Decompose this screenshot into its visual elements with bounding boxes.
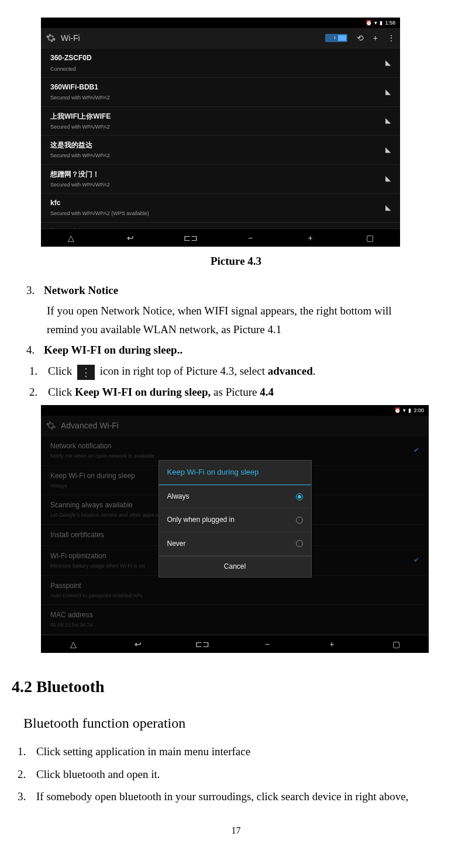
nav-screenshot-icon[interactable]: ▢: [363, 231, 377, 244]
bluetooth-step: 1. Click setting application in main men…: [12, 743, 460, 760]
body-text: remind you available WLAN network, as Pi…: [12, 321, 460, 338]
nav-volume-down-icon[interactable]: −: [243, 231, 257, 244]
nav-screenshot-icon[interactable]: ▢: [390, 638, 404, 651]
dialog-overlay: Keep Wi-Fi on during sleep Always Only w…: [41, 405, 429, 633]
wifi-network-item[interactable]: 想知道密码吗？ Secured with WPA/WPA2 ◣: [41, 223, 400, 229]
nav-volume-down-icon[interactable]: −: [260, 638, 274, 651]
wifi-signal-icon: ◣: [385, 173, 391, 184]
refresh-icon[interactable]: ⟲: [357, 32, 364, 44]
bluetooth-step: 2. Click bluetooth and open it.: [12, 766, 460, 783]
overflow-menu-icon[interactable]: ⋮: [387, 32, 395, 44]
page-number: 17: [12, 823, 460, 838]
radio-icon: [296, 517, 303, 524]
dialog-title: Keep Wi-Fi on during sleep: [159, 461, 311, 485]
nav-bar: △ ↩ ⊏⊐ − + ▢: [41, 635, 429, 653]
nav-recent-icon[interactable]: ⊏⊐: [195, 638, 209, 651]
bluetooth-step: 3. If somebody open bluetooth in your su…: [12, 788, 460, 805]
bluetooth-subheading: Bluetooth function operation: [23, 712, 460, 734]
wifi-signal-icon: ◣: [385, 144, 391, 155]
wifi-network-item[interactable]: 这是我的益达 Secured with WPA/WPA2 ◣: [41, 136, 400, 165]
nav-volume-up-icon[interactable]: +: [325, 638, 339, 651]
switch-handle-icon: [338, 35, 346, 41]
overflow-menu-inline-icon: [77, 365, 95, 380]
wifi-network-item[interactable]: 360-ZSCF0D Connected ◣: [41, 49, 400, 78]
nav-back-icon[interactable]: ↩: [123, 231, 137, 244]
wifi-signal-icon: ◣: [385, 87, 391, 98]
step-item: 1. Click icon in right top of Picture 4.…: [12, 362, 460, 380]
wifi-signal-icon: ◣: [385, 57, 391, 68]
nav-home-icon[interactable]: △: [66, 638, 80, 651]
status-bar: ⏰ ▾ ▮ 1:58: [41, 18, 400, 28]
nav-back-icon[interactable]: ↩: [131, 638, 145, 651]
body-text: If you open Network Notice, when WIFI si…: [12, 302, 460, 320]
caption-4-3: Picture 4.3: [12, 253, 460, 270]
nav-volume-up-icon[interactable]: +: [303, 231, 317, 244]
sleep-policy-dialog: Keep Wi-Fi on during sleep Always Only w…: [159, 460, 312, 577]
wifi-status-icon: ▾: [374, 19, 377, 27]
wifi-network-item[interactable]: 360WiFi-BDB1 Secured with WPA/WPA2 ◣: [41, 78, 400, 107]
step-item: 2. Click Keep WI-FI on during sleep, as …: [12, 383, 460, 401]
dialog-cancel-button[interactable]: Cancel: [159, 556, 311, 577]
screenshot-wifi-list: ⏰ ▾ ▮ 1:58 Wi-Fi I ⟲ + ⋮ 360-ZSCF0D: [41, 18, 400, 247]
nav-bar: △ ↩ ⊏⊐ − + ▢: [41, 229, 400, 247]
radio-selected-icon: [296, 493, 303, 500]
add-icon[interactable]: +: [373, 32, 378, 44]
wifi-signal-icon: ◣: [385, 202, 391, 213]
wifi-network-item[interactable]: kfc Secured with WPA/WPA2 (WPS available…: [41, 193, 400, 223]
header-title: Wi-Fi: [61, 32, 325, 44]
wifi-settings-header: Wi-Fi I ⟲ + ⋮: [41, 28, 400, 49]
radio-icon: [296, 540, 303, 547]
status-time: 1:58: [385, 19, 395, 27]
list-item-keep-wifi: 4. Keep WI-FI on during sleep..: [26, 341, 460, 359]
screenshot-advanced-wifi: ⏰ ▾ ▮ 2:00 Advanced Wi-Fi Network notifi…: [41, 405, 429, 633]
wifi-signal-icon: ◣: [385, 115, 391, 126]
wifi-network-list: 360-ZSCF0D Connected ◣ 360WiFi-BDB1 Secu…: [41, 49, 400, 228]
list-item-network-notice: 3. Network Notice: [26, 282, 460, 299]
nav-home-icon[interactable]: △: [64, 231, 78, 244]
wifi-network-item[interactable]: 想蹭网？没门！ Secured with WPA/WPA2 ◣: [41, 165, 400, 194]
bluetooth-heading: 4.2 Bluetooth: [12, 674, 460, 700]
wifi-network-item[interactable]: 上我WIFI上你WIFE Secured with WPA/WPA2 ◣: [41, 107, 400, 136]
battery-icon: ▮: [380, 19, 383, 27]
dialog-option-never[interactable]: Never: [159, 532, 311, 556]
dialog-option-plugged[interactable]: Only when plugged in: [159, 509, 311, 532]
nav-recent-icon[interactable]: ⊏⊐: [184, 231, 198, 244]
wifi-toggle[interactable]: I: [325, 34, 347, 42]
alarm-icon: ⏰: [366, 19, 372, 27]
gear-icon: [46, 33, 56, 43]
dialog-option-always[interactable]: Always: [159, 485, 311, 509]
